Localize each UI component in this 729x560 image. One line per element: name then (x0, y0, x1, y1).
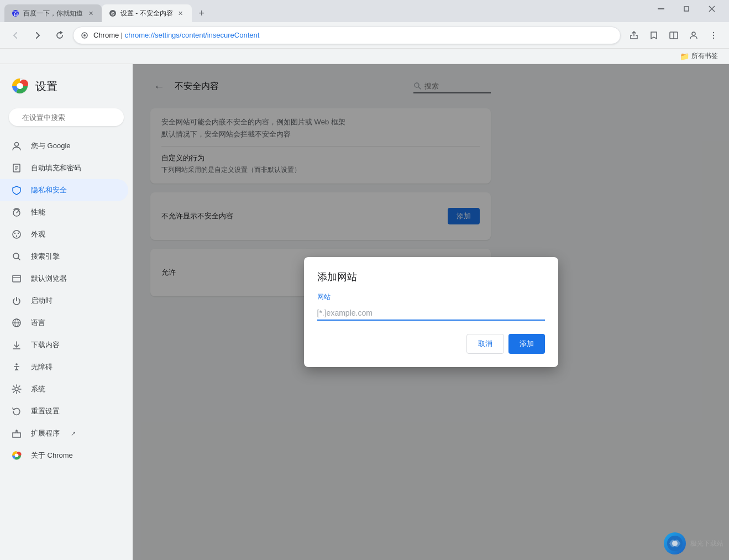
watermark: 极光下载站 (664, 532, 723, 554)
main-content: 设置 您与 Google 自动填充和密码 (0, 64, 729, 560)
bookmark-all-label: 所有书签 (691, 51, 718, 61)
sidebar-autofill-label: 自动填充和密码 (31, 163, 81, 173)
svg-point-12 (692, 32, 695, 35)
svg-rect-5 (684, 7, 689, 11)
svg-point-29 (14, 233, 15, 234)
address-bar: Chrome | chrome://settings/content/insec… (0, 22, 729, 49)
tab-baidu-close[interactable]: ✕ (86, 9, 95, 18)
dialog-field-label: 网站 (317, 292, 545, 302)
sidebar-language-label: 语言 (31, 318, 45, 328)
sidebar-downloads-label: 下载内容 (31, 340, 60, 350)
language-icon (11, 317, 22, 328)
dialog-cancel-button[interactable]: 取消 (466, 334, 504, 354)
sidebar-item-downloads[interactable]: 下载内容 (0, 334, 128, 356)
svg-text:⚙: ⚙ (111, 11, 115, 17)
svg-point-21 (15, 143, 19, 146)
split-screen-icon[interactable] (665, 27, 683, 44)
dialog-url-input[interactable] (317, 306, 545, 321)
sidebar-performance-label: 性能 (31, 207, 45, 217)
svg-point-48 (15, 454, 18, 457)
sidebar-item-accessibility[interactable]: 无障碍 (0, 356, 128, 378)
settings-favicon-icon: ⚙ (108, 9, 117, 18)
title-bar: 百 百度一下，你就知道 ✕ ⚙ 设置 - 不安全内容 ✕ + (0, 0, 729, 22)
tabs-area: 百 百度一下，你就知道 ✕ ⚙ 设置 - 不安全内容 ✕ + (0, 4, 648, 22)
tab-settings-close[interactable]: ✕ (176, 9, 185, 18)
sidebar-item-appearance[interactable]: 外观 (0, 223, 128, 245)
web-icon (11, 273, 22, 284)
extension-icon (11, 428, 22, 439)
palette-icon (11, 229, 22, 240)
svg-point-14 (713, 34, 714, 35)
power-icon (11, 295, 22, 306)
bookmark-bar: 📁 所有书签 (0, 49, 729, 64)
settings-header: 设置 (0, 69, 133, 104)
tab-baidu-label: 百度一下，你就知道 (23, 9, 83, 18)
person-icon (11, 140, 22, 151)
svg-point-45 (15, 388, 18, 391)
window-controls (648, 0, 729, 18)
sidebar-item-startup[interactable]: 启动时 (0, 290, 128, 312)
folder-icon: 📁 (680, 52, 689, 61)
download-icon (11, 339, 22, 350)
forward-button[interactable] (29, 27, 46, 44)
sidebar-item-performance[interactable]: 性能 (0, 201, 128, 223)
tab-settings[interactable]: ⚙ 设置 - 不安全内容 ✕ (102, 4, 192, 22)
sidebar-accessibility-label: 无障碍 (31, 362, 53, 372)
browser-frame: 百 百度一下，你就知道 ✕ ⚙ 设置 - 不安全内容 ✕ + (0, 0, 729, 560)
settings-content: ← 不安全内容 安全网站可能会内嵌不安全的内容，例如图片或 Web 框架 默认情… (133, 64, 729, 560)
search-engine-icon (11, 251, 22, 262)
sidebar-item-extensions[interactable]: 扩展程序 ↗ (0, 422, 128, 444)
new-tab-button[interactable]: + (194, 6, 209, 21)
sidebar-item-about[interactable]: 关于 Chrome (0, 444, 128, 467)
settings-search-bar[interactable] (9, 108, 124, 126)
sidebar-privacy-label: 隐私和安全 (31, 185, 67, 195)
svg-point-15 (713, 37, 714, 38)
maximize-button[interactable] (674, 0, 699, 18)
sidebar-appearance-label: 外观 (31, 229, 45, 239)
dialog-add-button[interactable]: 添加 (508, 334, 545, 354)
history-icon (11, 406, 22, 417)
svg-rect-34 (13, 275, 20, 282)
url-bar[interactable]: Chrome | chrome://settings/content/insec… (73, 27, 621, 44)
minimize-button[interactable] (648, 0, 674, 18)
bookmark-all-item[interactable]: 📁 所有书签 (675, 50, 722, 62)
bookmark-icon[interactable] (645, 27, 663, 44)
sidebar-item-autofill[interactable]: 自动填充和密码 (0, 157, 128, 179)
tab-baidu[interactable]: 百 百度一下，你就知道 ✕ (4, 4, 102, 22)
sidebar-item-google[interactable]: 您与 Google (0, 135, 128, 157)
sidebar-extensions-label: 扩展程序 (31, 428, 60, 438)
sidebar-item-privacy[interactable]: 隐私和安全 (0, 179, 128, 201)
refresh-button[interactable] (51, 27, 69, 44)
sidebar-default-browser-label: 默认浏览器 (31, 274, 67, 284)
settings-title: 设置 (35, 79, 57, 94)
profile-icon[interactable] (685, 27, 702, 44)
sidebar-system-label: 系统 (31, 384, 45, 394)
chrome-icon (11, 450, 22, 461)
sidebar-item-default-browser[interactable]: 默认浏览器 (0, 268, 128, 290)
back-button[interactable] (7, 27, 24, 44)
settings-icon (11, 384, 22, 395)
sidebar-item-system[interactable]: 系统 (0, 378, 128, 400)
svg-point-52 (672, 541, 678, 546)
url-brand: Chrome (93, 31, 119, 39)
dialog-overlay: 添加网站 网站 取消 添加 (133, 64, 729, 560)
sidebar-startup-label: 启动时 (31, 296, 53, 306)
external-link-icon: ↗ (71, 430, 76, 437)
sidebar-item-language[interactable]: 语言 (0, 312, 128, 334)
settings-search-input[interactable] (22, 113, 115, 122)
chrome-logo-icon (11, 77, 29, 95)
sidebar-nav: 您与 Google 自动填充和密码 隐私和安全 性能 (0, 135, 133, 467)
share-icon[interactable] (625, 27, 643, 44)
svg-text:百: 百 (13, 11, 19, 17)
close-button[interactable] (699, 0, 725, 18)
url-favicon-icon (80, 31, 89, 40)
settings-sidebar: 设置 您与 Google 自动填充和密码 (0, 64, 133, 560)
sidebar-reset-label: 重置设置 (31, 406, 60, 416)
sidebar-search-label: 搜索引擎 (31, 252, 60, 261)
menu-icon[interactable] (705, 27, 722, 44)
sidebar-item-reset[interactable]: 重置设置 (0, 400, 128, 422)
sidebar-item-search[interactable]: 搜索引擎 (0, 245, 128, 268)
svg-point-18 (17, 83, 23, 89)
assignment-icon (11, 163, 22, 174)
baidu-favicon-icon: 百 (11, 9, 20, 18)
